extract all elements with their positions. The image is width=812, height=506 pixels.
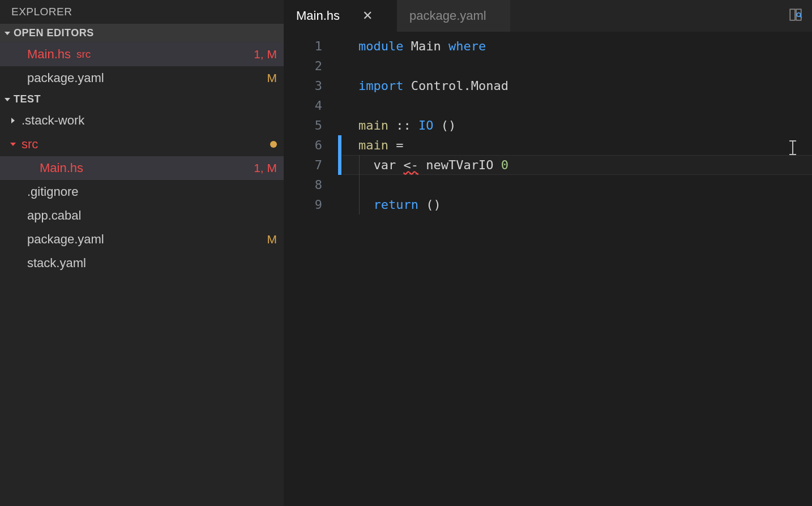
tab-package-yaml[interactable]: package.yaml bbox=[397, 0, 510, 32]
file-item[interactable]: Main.hs 1, M bbox=[0, 156, 284, 180]
code-line[interactable]: 1module Main where bbox=[284, 36, 812, 56]
line-number: 6 bbox=[284, 135, 338, 155]
open-preview-icon[interactable] bbox=[788, 7, 803, 25]
explorer-sidebar: EXPLORER OPEN EDITORS Main.hs src 1, M p… bbox=[0, 0, 284, 506]
editor-area: Main.hs ✕ package.yaml 1module Main wher… bbox=[284, 0, 812, 506]
code-area[interactable]: 1module Main where23import Control.Monad… bbox=[284, 32, 812, 506]
open-editors-label: OPEN EDITORS bbox=[14, 27, 94, 39]
tabbar: Main.hs ✕ package.yaml bbox=[284, 0, 812, 32]
tab-main-hs[interactable]: Main.hs ✕ bbox=[284, 0, 397, 32]
file-item[interactable]: stack.yaml bbox=[0, 251, 284, 275]
status-badge: M bbox=[267, 233, 277, 246]
workspace-label: TEST bbox=[14, 93, 41, 105]
line-number: 4 bbox=[284, 96, 338, 115]
code-line[interactable]: 6main = bbox=[284, 135, 812, 155]
tab-label: package.yaml bbox=[409, 8, 486, 23]
code-line[interactable]: 5main :: IO () bbox=[284, 115, 812, 135]
tab-label: Main.hs bbox=[296, 8, 340, 23]
line-number: 3 bbox=[284, 76, 338, 96]
open-editors-header[interactable]: OPEN EDITORS bbox=[0, 24, 284, 42]
workspace-header[interactable]: TEST bbox=[0, 90, 284, 109]
file-name: stack.yaml bbox=[27, 256, 86, 271]
line-number: 9 bbox=[284, 195, 338, 215]
code-line[interactable]: 2 bbox=[284, 56, 812, 76]
file-name: .gitignore bbox=[27, 185, 79, 199]
folder-item[interactable]: src bbox=[0, 132, 284, 156]
line-number: 2 bbox=[284, 56, 338, 76]
line-number: 1 bbox=[284, 36, 338, 56]
explorer-title: EXPLORER bbox=[0, 0, 284, 24]
chevron-right-icon bbox=[9, 117, 17, 125]
file-name: Main.hs bbox=[27, 47, 71, 62]
line-number: 8 bbox=[284, 175, 338, 195]
svg-rect-0 bbox=[790, 9, 795, 20]
open-editor-item[interactable]: package.yaml M bbox=[0, 66, 284, 90]
editor-actions bbox=[788, 0, 812, 32]
status-badge: M bbox=[267, 71, 277, 85]
code-line[interactable]: 9 return () bbox=[284, 195, 812, 215]
file-name: package.yaml bbox=[27, 232, 104, 247]
file-name: package.yaml bbox=[27, 71, 104, 85]
close-icon[interactable]: ✕ bbox=[362, 8, 373, 23]
file-name: app.cabal bbox=[27, 208, 81, 223]
code-line[interactable]: 3import Control.Monad bbox=[284, 76, 812, 96]
open-editor-item[interactable]: Main.hs src 1, M bbox=[0, 42, 284, 66]
file-item[interactable]: app.cabal bbox=[0, 204, 284, 228]
modified-dot-icon bbox=[270, 141, 277, 148]
line-number: 5 bbox=[284, 115, 338, 135]
file-path: src bbox=[76, 48, 91, 61]
code-line[interactable]: 4 bbox=[284, 96, 812, 115]
file-name: Main.hs bbox=[40, 161, 83, 175]
chevron-down-icon bbox=[3, 29, 11, 37]
indent-guide bbox=[359, 155, 360, 215]
folder-name: .stack-work bbox=[22, 113, 84, 128]
line-number: 7 bbox=[284, 155, 338, 175]
status-badge: 1, M bbox=[254, 161, 277, 175]
chevron-down-icon bbox=[3, 96, 11, 104]
chevron-down-icon bbox=[9, 140, 17, 148]
code-line[interactable]: 8 bbox=[284, 175, 812, 195]
code-line[interactable]: 7 var <- newTVarIO 0 bbox=[284, 155, 812, 175]
file-item[interactable]: .gitignore bbox=[0, 180, 284, 204]
folder-name: src bbox=[22, 137, 38, 152]
folder-item[interactable]: .stack-work bbox=[0, 109, 284, 132]
file-item[interactable]: package.yaml M bbox=[0, 228, 284, 251]
status-badge: 1, M bbox=[254, 48, 277, 61]
